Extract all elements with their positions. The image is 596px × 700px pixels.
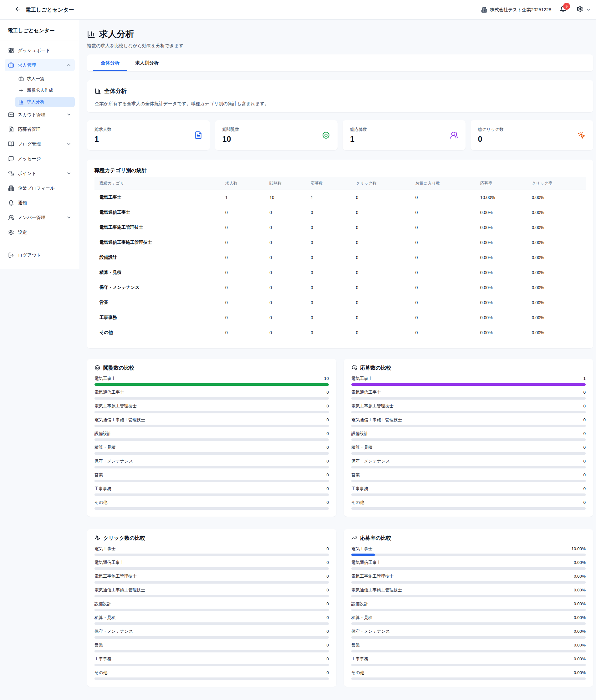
table-row: 電気通信工事士000000.00%0.00% — [95, 205, 586, 220]
app-title: 電工しごとセンター — [25, 6, 74, 14]
bar-track — [95, 595, 329, 597]
sidebar-item-label: 通知 — [18, 200, 27, 206]
eye-icon — [95, 365, 100, 371]
table-header-row: 職種カテゴリ求人数閲覧数応募数クリック数お気に入り数応募率クリック率 — [95, 177, 586, 190]
tab-1[interactable]: 求人別分析 — [127, 54, 167, 71]
bar-track — [95, 383, 329, 386]
sidebar-item-2[interactable]: 求人一覧 — [15, 74, 75, 84]
chart-item: 設備設計0 — [351, 431, 586, 441]
chart-item: 積算・見積0 — [95, 615, 329, 625]
bar-track — [351, 397, 586, 400]
sidebar-item-6[interactable]: 応募者管理 — [5, 123, 75, 135]
chart-item: 電気通信工事施工管理技士0 — [95, 417, 329, 427]
chart-item: 電気工事士10.00% — [351, 546, 586, 556]
sidebar-item-12[interactable]: メンバー管理 — [5, 211, 75, 224]
bar-fill — [95, 383, 329, 386]
sidebar-item-label: 求人分析 — [27, 99, 44, 105]
bar-track — [351, 677, 586, 680]
stat-label: 総クリック数 — [478, 127, 504, 132]
chevron-down-icon — [66, 142, 71, 146]
chart-card-0: 閲覧数の比較電気工事士10電気通信工事士0電気工事施工管理技士0電気通信工事施工… — [87, 359, 336, 517]
main-content: 求人分析 複数の求人を比較しながら効果を分析できます 全体分析求人別分析 全体分… — [79, 20, 596, 687]
chart-item: 電気工事施工管理技士0 — [95, 574, 329, 583]
sidebar-item-1[interactable]: 求人管理 — [5, 59, 75, 71]
sidebar-item-13[interactable]: 設定 — [5, 226, 75, 239]
notifications-button[interactable]: 5 — [560, 6, 567, 14]
bar-track — [351, 494, 586, 496]
chart-item: 電気工事士1 — [351, 376, 586, 386]
sidebar-item-8[interactable]: メッセージ — [5, 152, 75, 165]
bar-track — [351, 425, 586, 427]
overview-description: 企業が所有する全求人の全体統計データです。職種カテゴリ別の集計も含まれます。 — [95, 101, 586, 107]
chart-item: 営業0.00% — [351, 643, 586, 652]
chart-item: 設備設計0.00% — [351, 601, 586, 611]
pointer-icon — [95, 535, 100, 541]
sidebar-item-7[interactable]: ブログ管理 — [5, 138, 75, 150]
table-col-header: 応募率 — [475, 177, 527, 190]
stat-value: 10 — [222, 134, 239, 144]
chart-item: 工事事務0 — [95, 486, 329, 496]
dashboard-icon — [8, 48, 14, 53]
bar-track — [95, 507, 329, 510]
bar-track — [95, 494, 329, 496]
mail-icon — [8, 112, 14, 118]
table-body: 電気工事士11010010.00%0.00%電気通信工事士000000.00%0… — [95, 190, 586, 340]
gear-icon — [8, 229, 14, 235]
briefcase-icon — [8, 62, 14, 68]
sidebar-item-0[interactable]: ダッシュボード — [5, 44, 75, 57]
bell-icon — [8, 200, 14, 206]
sidebar-item-4[interactable]: 求人分析 — [15, 97, 75, 107]
chart-card-1: 応募数の比較電気工事士1電気通信工事士0電気工事施工管理技士0電気通信工事施工管… — [344, 359, 593, 517]
table-row: 営業000000.00%0.00% — [95, 295, 586, 310]
sidebar-item-15[interactable]: ログアウト — [5, 249, 75, 261]
chart-item: 電気工事施工管理技士0 — [95, 403, 329, 414]
notification-badge: 5 — [563, 3, 570, 10]
table-col-header: クリック率 — [527, 177, 586, 190]
stat-label: 総応募数 — [350, 127, 367, 132]
chart-item: 電気工事施工管理技士0 — [351, 403, 586, 414]
chart-item: 保守・メンテナンス0 — [95, 629, 329, 639]
chart-item: 電気通信工事士0 — [95, 560, 329, 570]
bar-track — [95, 609, 329, 611]
users-icon — [8, 215, 14, 221]
settings-menu[interactable] — [576, 6, 591, 14]
bar-track — [351, 466, 586, 469]
company-menu[interactable]: 株式会社テスト企業20251228 — [481, 7, 551, 13]
chart-card-2: クリック数の比較電気工事士0電気通信工事士0電気工事施工管理技士0電気通信工事施… — [87, 529, 336, 687]
bar-track — [95, 581, 329, 583]
sidebar-item-11[interactable]: 通知 — [5, 197, 75, 209]
chart-item: 積算・見積0 — [351, 445, 586, 455]
book-icon — [8, 141, 14, 147]
table-row: 電気工事施工管理技士000000.00%0.00% — [95, 220, 586, 235]
analysis-tabs: 全体分析求人別分析 — [87, 54, 593, 71]
bar-track — [351, 664, 586, 666]
sidebar-item-10[interactable]: 企業プロフィール — [5, 182, 75, 194]
table-col-header: クリック数 — [351, 177, 411, 190]
bar-track — [95, 650, 329, 652]
plus-icon — [19, 88, 24, 93]
chart-item: 設備設計0 — [95, 601, 329, 611]
overview-title: 全体分析 — [104, 87, 127, 95]
table-row: 電気通信工事施工管理技士000000.00%0.00% — [95, 235, 586, 250]
sidebar-item-label: 設定 — [18, 229, 27, 235]
chart-item: その他0 — [351, 500, 586, 510]
bar-track — [95, 622, 329, 625]
bar-track — [351, 507, 586, 510]
bar-track — [351, 554, 586, 556]
table-col-header: 応募数 — [306, 177, 351, 190]
chart-title: クリック数の比較 — [103, 535, 145, 542]
chevron-down-icon — [66, 215, 71, 220]
chart-item: 積算・見積0 — [95, 445, 329, 455]
sidebar-item-label: メッセージ — [18, 156, 41, 162]
building-icon — [8, 185, 14, 191]
chart-item: 保守・メンテナンス0 — [95, 458, 329, 469]
bar-track — [351, 650, 586, 652]
sidebar-item-5[interactable]: スカウト管理 — [5, 108, 75, 121]
back-button[interactable] — [15, 6, 21, 14]
sidebar-nav: ダッシュボード求人管理求人一覧新規求人作成求人分析スカウト管理応募者管理ブログ管… — [0, 40, 79, 261]
table-row: 電気工事士11010010.00%0.00% — [95, 190, 586, 205]
sidebar-item-9[interactable]: ポイント — [5, 167, 75, 180]
users-icon — [351, 365, 357, 371]
sidebar-item-3[interactable]: 新規求人作成 — [15, 85, 75, 96]
tab-0[interactable]: 全体分析 — [93, 54, 127, 71]
